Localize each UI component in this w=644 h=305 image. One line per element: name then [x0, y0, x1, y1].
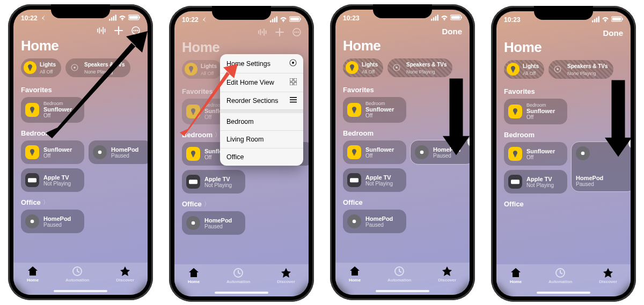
- tile-bedroom-homepod[interactable]: HomePodPaused: [411, 140, 470, 164]
- tile-bedroom-appletv[interactable]: Apple TVNot Playing: [504, 170, 567, 194]
- home-indicator[interactable]: [537, 292, 590, 294]
- tab-home-label: Home: [27, 278, 39, 282]
- notch: [212, 6, 271, 20]
- menu-edit-home-view[interactable]: Edit Home View: [220, 73, 303, 92]
- tile-bedroom-sunflower[interactable]: SunflowerOff: [343, 140, 406, 164]
- tab-automation[interactable]: Automation: [548, 267, 572, 284]
- menu-room-office[interactable]: Office: [220, 148, 303, 166]
- tile-sub: Paused: [43, 222, 71, 228]
- tile-office-homepod[interactable]: HomePodPaused: [343, 210, 406, 233]
- section-bedroom-header[interactable]: Bedroom〉: [21, 129, 140, 137]
- chip-speakers[interactable]: Speakers & TVsNone Playing: [65, 58, 130, 77]
- chip-lights[interactable]: LightsAll Off: [504, 60, 544, 79]
- tab-bar: Home Automation Discover: [335, 263, 470, 295]
- tile-favorites-sunflower[interactable]: BedroomSunflowerOff: [21, 97, 84, 123]
- tile-name: Sunflower: [365, 106, 394, 113]
- tile-name: Sunflower: [365, 146, 394, 153]
- tab-discover[interactable]: Discover: [116, 266, 134, 282]
- status-time: 10:22: [21, 14, 38, 22]
- tab-home[interactable]: Home: [349, 266, 361, 282]
- add-icon[interactable]: [114, 26, 123, 36]
- tile-bedroom-appletv[interactable]: Apple TVNot Playing: [21, 168, 84, 192]
- tab-automation[interactable]: Automation: [65, 266, 89, 282]
- tab-discover[interactable]: Discover: [277, 267, 295, 284]
- tab-automation-label: Automation: [387, 278, 411, 282]
- tab-home[interactable]: Home: [510, 267, 522, 284]
- chip-speakers[interactable]: Speakers & TVsNone Playing: [548, 60, 613, 79]
- menu-room-living-room[interactable]: Living Room: [220, 131, 303, 148]
- announce-icon[interactable]: [258, 28, 267, 38]
- tile-sub: Not Playing: [204, 182, 232, 188]
- wifi-icon: [280, 16, 287, 24]
- tile-sub: Off: [43, 153, 72, 159]
- resize-handle-icon[interactable]: [628, 139, 631, 148]
- chevron-right-icon: 〉: [54, 129, 60, 137]
- tile-sub: Paused: [204, 224, 232, 229]
- chip-lights[interactable]: LightsAll Off: [182, 60, 222, 79]
- phone-step-4: 10:23 Done Home LightsAll Off Speakers &…: [491, 6, 636, 302]
- section-favorites-label: Favorites: [21, 86, 52, 94]
- chip-lights[interactable]: LightsAll Off: [343, 58, 383, 77]
- section-office-header[interactable]: Office〉: [182, 200, 301, 208]
- tile-favorites-sunflower[interactable]: BedroomSunflowerOff: [504, 99, 567, 125]
- chip-speakers-label: Speakers & TVs: [567, 63, 608, 69]
- tile-name: HomePod: [204, 217, 232, 224]
- tile-sub: Off: [365, 113, 394, 118]
- tab-bar: Home Automation Discover: [13, 263, 148, 295]
- menu-home-settings[interactable]: Home Settings: [220, 54, 303, 73]
- home-indicator[interactable]: [376, 290, 429, 292]
- resize-handle-icon[interactable]: [467, 137, 470, 147]
- tab-automation[interactable]: Automation: [226, 267, 250, 284]
- tab-discover-label: Discover: [116, 278, 134, 282]
- more-icon[interactable]: [131, 26, 140, 36]
- done-button[interactable]: Done: [603, 28, 624, 38]
- status-chips: LightsAll Off Speakers & TVsNone Playing: [335, 58, 470, 83]
- tab-automation[interactable]: Automation: [387, 266, 411, 282]
- tab-discover[interactable]: Discover: [438, 266, 456, 282]
- menu-room-bedroom[interactable]: Bedroom: [220, 113, 303, 131]
- tab-home[interactable]: Home: [27, 266, 39, 282]
- menu-reorder-sections[interactable]: Reorder Sections: [220, 92, 303, 110]
- tile-bedroom-sunflower[interactable]: SunflowerOff: [21, 140, 84, 164]
- tile-name: HomePod: [365, 215, 393, 222]
- signal-icon: [592, 16, 599, 24]
- nav-bar: [13, 24, 148, 38]
- tile-name: Apple TV: [204, 176, 232, 182]
- chevron-right-icon: 〉: [204, 200, 210, 208]
- tab-discover[interactable]: Discover: [599, 267, 617, 284]
- tile-bedroom-appletv[interactable]: Apple TVNot Playing: [343, 168, 406, 192]
- lightbulb-icon: [186, 105, 200, 118]
- appletv-icon: [25, 173, 39, 187]
- notch: [51, 4, 110, 18]
- tile-bedroom-appletv[interactable]: Apple TVNot Playing: [182, 170, 245, 194]
- status-chips: LightsAll Off Speakers & TVsNone Playing: [13, 58, 148, 83]
- tile-bedroom-sunflower[interactable]: SunflowerOff: [504, 142, 567, 166]
- tile-office-homepod[interactable]: HomePodPaused: [21, 210, 84, 233]
- tab-home[interactable]: Home: [188, 267, 200, 284]
- section-favorites-label: Favorites: [504, 87, 535, 95]
- tile-sub: Off: [526, 114, 555, 120]
- chip-speakers-sub: None Playing: [84, 69, 113, 75]
- tile-office-homepod[interactable]: HomePodPaused: [182, 211, 245, 235]
- tile-name: HomePod: [111, 146, 138, 153]
- home-indicator[interactable]: [215, 292, 268, 294]
- battery-icon: [611, 16, 623, 24]
- more-icon[interactable]: [292, 28, 301, 38]
- tile-bedroom-homepod[interactable]: HomePodPaused: [89, 140, 148, 164]
- section-bedroom-label: Bedroom: [182, 131, 213, 139]
- section-office-header[interactable]: Office〉: [21, 198, 140, 206]
- home-indicator[interactable]: [54, 290, 107, 292]
- signal-icon: [109, 14, 116, 23]
- done-button[interactable]: Done: [442, 27, 463, 36]
- chip-lights[interactable]: LightsAll Off: [21, 58, 61, 77]
- add-icon[interactable]: [275, 28, 284, 38]
- announce-icon[interactable]: [97, 26, 106, 36]
- nav-bar: [174, 25, 309, 39]
- chip-speakers[interactable]: Speakers & TVsNone Playing: [387, 58, 452, 77]
- gear-icon: [289, 59, 297, 68]
- tile-sub: Paused: [576, 181, 603, 187]
- tile-favorites-sunflower[interactable]: BedroomSunflowerOff: [343, 97, 406, 123]
- tile-bedroom-homepod-large[interactable]: HomePodPaused: [572, 142, 631, 191]
- menu-item-label: Office: [226, 153, 244, 161]
- chip-speakers-label: Speakers & TVs: [84, 62, 125, 68]
